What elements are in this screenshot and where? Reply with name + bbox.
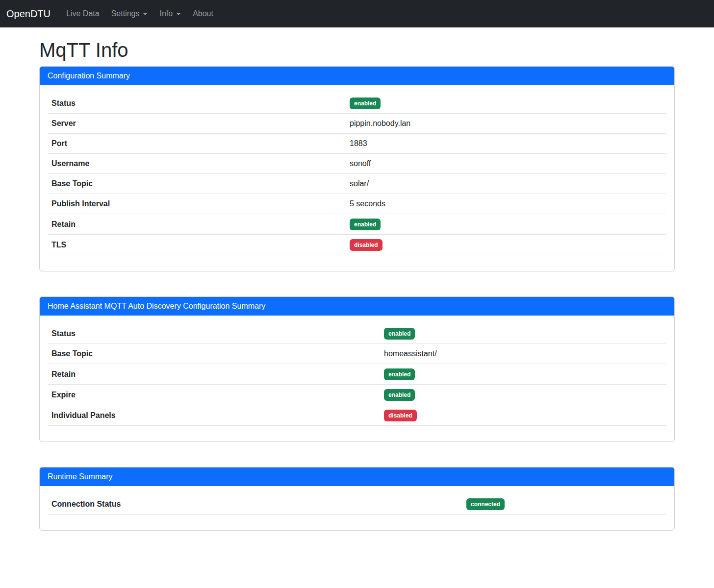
row-label: Base Topic (48, 174, 346, 194)
navbar-nav: Live Data Settings Info About (62, 5, 221, 22)
row-value: disabled (380, 405, 666, 426)
row-label: Retain (48, 364, 380, 385)
card-header: Configuration Summary (40, 67, 674, 85)
card-runtime-summary: Runtime Summary Connection Status connec… (39, 467, 675, 531)
card-ha-auto-discovery-summary: Home Assistant MQTT Auto Discovery Confi… (39, 296, 675, 442)
row-label: Expire (48, 385, 380, 405)
navbar: OpenDTU Live Data Settings Info About (0, 0, 714, 27)
nav-item-label: Live Data (66, 9, 100, 18)
row-value: enabled (346, 93, 666, 114)
status-badge: enabled (350, 219, 381, 230)
status-badge: enabled (350, 98, 381, 109)
table-row: Retain enabled (48, 364, 666, 385)
row-label: Connection Status (48, 494, 462, 514)
nav-item-label: About (193, 9, 213, 18)
row-value: connected (462, 494, 666, 514)
row-value: enabled (346, 214, 666, 235)
ha-auto-discovery-table: Status enabled Base Topic homeassistant/… (48, 323, 666, 426)
table-row: Server pippin.nobody.lan (48, 114, 666, 134)
row-label: Server (48, 114, 346, 134)
row-label: Individual Panels (48, 405, 380, 426)
configuration-summary-table: Status enabled Server pippin.nobody.lan … (48, 93, 666, 255)
row-value: homeassistant/ (380, 344, 666, 364)
table-row: Status enabled (48, 93, 666, 114)
table-row: Expire enabled (48, 385, 666, 405)
row-value: enabled (380, 323, 666, 344)
row-value: pippin.nobody.lan (346, 114, 666, 134)
chevron-down-icon (143, 13, 148, 15)
row-label: Retain (48, 214, 346, 235)
status-badge: enabled (384, 389, 415, 401)
navbar-brand[interactable]: OpenDTU (6, 8, 51, 20)
card-configuration-summary: Configuration Summary Status enabled Ser… (39, 66, 675, 271)
status-badge: enabled (384, 368, 415, 380)
row-value: 1883 (346, 134, 666, 154)
table-row: Status enabled (48, 323, 666, 344)
chevron-down-icon (176, 13, 181, 15)
row-value: sonoff (346, 154, 666, 174)
row-value: enabled (380, 385, 666, 405)
row-label: Status (48, 323, 380, 344)
table-row: TLS disabled (48, 235, 666, 255)
table-row: Base Topic solar/ (48, 174, 666, 194)
table-row: Retain enabled (48, 214, 666, 235)
table-row: Publish Interval 5 seconds (48, 194, 666, 214)
row-label: Base Topic (48, 344, 380, 364)
row-value: disabled (346, 235, 666, 255)
table-row: Port 1883 (48, 134, 666, 154)
card-header: Runtime Summary (40, 467, 674, 486)
status-badge: disabled (350, 239, 382, 251)
row-value: solar/ (346, 174, 666, 194)
row-label: Username (48, 154, 346, 174)
row-value: enabled (380, 364, 666, 385)
table-row: Username sonoff (48, 154, 666, 174)
row-value: 5 seconds (346, 194, 666, 214)
main-content: MqTT Info Configuration Summary Status e… (33, 38, 681, 531)
page-title: MqTT Info (39, 38, 675, 62)
table-row: Base Topic homeassistant/ (48, 344, 666, 364)
row-label: Publish Interval (48, 194, 346, 214)
card-body: Status enabled Base Topic homeassistant/… (40, 316, 674, 441)
table-row: Individual Panels disabled (48, 405, 666, 426)
status-badge: connected (466, 498, 505, 510)
nav-item-label: Info (159, 9, 173, 18)
runtime-summary-table: Connection Status connected (48, 494, 666, 514)
row-label: Port (48, 134, 346, 154)
row-label: TLS (48, 235, 346, 255)
card-body: Status enabled Server pippin.nobody.lan … (40, 85, 674, 271)
card-body: Connection Status connected (40, 486, 674, 530)
nav-item-live-data[interactable]: Live Data (62, 5, 103, 22)
nav-item-settings[interactable]: Settings (107, 5, 152, 22)
status-badge: enabled (384, 328, 415, 340)
status-badge: disabled (384, 410, 417, 421)
table-row: Connection Status connected (48, 494, 666, 514)
card-header: Home Assistant MQTT Auto Discovery Confi… (40, 297, 674, 316)
nav-item-about[interactable]: About (189, 5, 217, 22)
row-label: Status (48, 93, 346, 114)
nav-item-info[interactable]: Info (155, 5, 185, 22)
nav-item-label: Settings (111, 9, 140, 18)
